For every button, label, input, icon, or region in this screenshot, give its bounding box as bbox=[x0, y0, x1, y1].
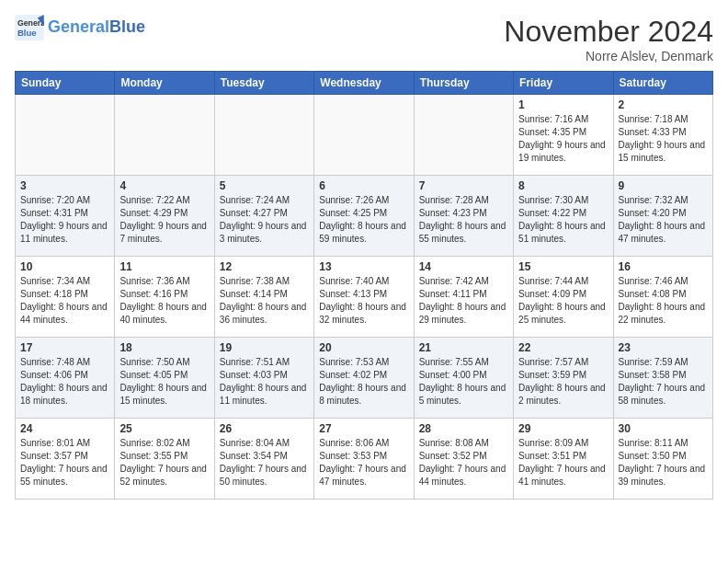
day-info: Sunrise: 7:40 AM Sunset: 4:13 PM Dayligh… bbox=[319, 275, 408, 327]
logo-blue: Blue bbox=[109, 17, 145, 36]
calendar-cell: 21Sunrise: 7:55 AM Sunset: 4:00 PM Dayli… bbox=[414, 338, 513, 419]
day-number: 30 bbox=[619, 422, 708, 435]
day-info: Sunrise: 7:38 AM Sunset: 4:14 PM Dayligh… bbox=[220, 275, 309, 327]
page-header: General Blue GeneralBlue November 2024 N… bbox=[15, 15, 713, 63]
calendar-cell: 20Sunrise: 7:53 AM Sunset: 4:02 PM Dayli… bbox=[314, 338, 414, 419]
calendar-cell: 29Sunrise: 8:09 AM Sunset: 3:51 PM Dayli… bbox=[514, 419, 613, 500]
calendar-cell: 6Sunrise: 7:26 AM Sunset: 4:25 PM Daylig… bbox=[314, 176, 414, 257]
calendar-cell bbox=[314, 95, 414, 176]
calendar-week-3: 10Sunrise: 7:34 AM Sunset: 4:18 PM Dayli… bbox=[16, 257, 713, 338]
calendar-week-2: 3Sunrise: 7:20 AM Sunset: 4:31 PM Daylig… bbox=[16, 176, 713, 257]
day-info: Sunrise: 7:53 AM Sunset: 4:02 PM Dayligh… bbox=[319, 356, 408, 408]
calendar-cell: 12Sunrise: 7:38 AM Sunset: 4:14 PM Dayli… bbox=[214, 257, 313, 338]
logo-general: General bbox=[48, 17, 109, 36]
day-info: Sunrise: 8:08 AM Sunset: 3:52 PM Dayligh… bbox=[419, 437, 508, 488]
calendar-cell: 23Sunrise: 7:59 AM Sunset: 3:58 PM Dayli… bbox=[613, 338, 712, 419]
day-number: 8 bbox=[518, 179, 608, 192]
logo-icon: General Blue bbox=[15, 15, 44, 40]
day-info: Sunrise: 7:16 AM Sunset: 4:35 PM Dayligh… bbox=[518, 113, 608, 165]
calendar-cell: 2Sunrise: 7:18 AM Sunset: 4:33 PM Daylig… bbox=[613, 95, 712, 176]
day-number: 4 bbox=[119, 179, 209, 192]
calendar-cell: 1Sunrise: 7:16 AM Sunset: 4:35 PM Daylig… bbox=[514, 95, 613, 176]
day-number: 15 bbox=[518, 260, 608, 273]
calendar-week-4: 17Sunrise: 7:48 AM Sunset: 4:06 PM Dayli… bbox=[16, 338, 713, 419]
day-number: 14 bbox=[419, 260, 508, 273]
calendar-cell: 28Sunrise: 8:08 AM Sunset: 3:52 PM Dayli… bbox=[414, 419, 513, 500]
day-number: 11 bbox=[119, 260, 209, 273]
day-info: Sunrise: 7:51 AM Sunset: 4:03 PM Dayligh… bbox=[220, 356, 309, 408]
calendar-week-1: 1Sunrise: 7:16 AM Sunset: 4:35 PM Daylig… bbox=[16, 95, 713, 176]
day-info: Sunrise: 7:18 AM Sunset: 4:33 PM Dayligh… bbox=[619, 113, 708, 165]
calendar-cell: 17Sunrise: 7:48 AM Sunset: 4:06 PM Dayli… bbox=[16, 338, 115, 419]
day-info: Sunrise: 7:20 AM Sunset: 4:31 PM Dayligh… bbox=[20, 194, 109, 246]
day-number: 22 bbox=[518, 341, 608, 354]
calendar-cell: 10Sunrise: 7:34 AM Sunset: 4:18 PM Dayli… bbox=[16, 257, 115, 338]
day-info: Sunrise: 7:42 AM Sunset: 4:11 PM Dayligh… bbox=[419, 275, 508, 327]
day-info: Sunrise: 7:36 AM Sunset: 4:16 PM Dayligh… bbox=[119, 275, 209, 327]
calendar-cell: 3Sunrise: 7:20 AM Sunset: 4:31 PM Daylig… bbox=[16, 176, 115, 257]
day-number: 27 bbox=[319, 422, 408, 435]
day-info: Sunrise: 7:32 AM Sunset: 4:20 PM Dayligh… bbox=[619, 194, 708, 246]
day-info: Sunrise: 7:55 AM Sunset: 4:00 PM Dayligh… bbox=[419, 356, 508, 408]
day-number: 6 bbox=[319, 179, 408, 192]
calendar-cell: 5Sunrise: 7:24 AM Sunset: 4:27 PM Daylig… bbox=[214, 176, 313, 257]
day-number: 12 bbox=[220, 260, 309, 273]
calendar-cell: 8Sunrise: 7:30 AM Sunset: 4:22 PM Daylig… bbox=[514, 176, 613, 257]
day-info: Sunrise: 7:26 AM Sunset: 4:25 PM Dayligh… bbox=[319, 194, 408, 246]
month-title: November 2024 bbox=[504, 15, 713, 49]
logo: General Blue GeneralBlue bbox=[15, 15, 145, 40]
calendar-cell bbox=[115, 95, 214, 176]
calendar-cell: 11Sunrise: 7:36 AM Sunset: 4:16 PM Dayli… bbox=[115, 257, 214, 338]
day-number: 29 bbox=[518, 422, 608, 435]
calendar-cell: 14Sunrise: 7:42 AM Sunset: 4:11 PM Dayli… bbox=[414, 257, 513, 338]
day-number: 17 bbox=[20, 341, 109, 354]
calendar-cell: 4Sunrise: 7:22 AM Sunset: 4:29 PM Daylig… bbox=[115, 176, 214, 257]
calendar-cell bbox=[414, 95, 513, 176]
day-number: 2 bbox=[619, 98, 708, 111]
day-number: 19 bbox=[220, 341, 309, 354]
day-info: Sunrise: 8:06 AM Sunset: 3:53 PM Dayligh… bbox=[319, 437, 408, 488]
calendar-cell: 22Sunrise: 7:57 AM Sunset: 3:59 PM Dayli… bbox=[514, 338, 613, 419]
day-number: 16 bbox=[619, 260, 708, 273]
calendar-cell bbox=[16, 95, 115, 176]
header-thursday: Thursday bbox=[414, 72, 513, 95]
day-number: 13 bbox=[319, 260, 408, 273]
day-info: Sunrise: 8:02 AM Sunset: 3:55 PM Dayligh… bbox=[119, 437, 209, 488]
calendar-cell: 19Sunrise: 7:51 AM Sunset: 4:03 PM Dayli… bbox=[214, 338, 313, 419]
day-number: 10 bbox=[20, 260, 109, 273]
header-sunday: Sunday bbox=[16, 72, 115, 95]
day-info: Sunrise: 7:44 AM Sunset: 4:09 PM Dayligh… bbox=[518, 275, 608, 327]
day-info: Sunrise: 7:24 AM Sunset: 4:27 PM Dayligh… bbox=[220, 194, 309, 246]
day-number: 23 bbox=[619, 341, 708, 354]
calendar-body: 1Sunrise: 7:16 AM Sunset: 4:35 PM Daylig… bbox=[16, 95, 713, 500]
day-info: Sunrise: 7:34 AM Sunset: 4:18 PM Dayligh… bbox=[20, 275, 109, 327]
day-number: 3 bbox=[20, 179, 109, 192]
calendar-header: Sunday Monday Tuesday Wednesday Thursday… bbox=[16, 72, 713, 95]
day-info: Sunrise: 8:04 AM Sunset: 3:54 PM Dayligh… bbox=[220, 437, 309, 488]
calendar-cell: 30Sunrise: 8:11 AM Sunset: 3:50 PM Dayli… bbox=[613, 419, 712, 500]
header-tuesday: Tuesday bbox=[214, 72, 313, 95]
calendar-cell: 18Sunrise: 7:50 AM Sunset: 4:05 PM Dayli… bbox=[115, 338, 214, 419]
day-number: 20 bbox=[319, 341, 408, 354]
day-number: 1 bbox=[518, 98, 608, 111]
day-number: 24 bbox=[20, 422, 109, 435]
day-info: Sunrise: 7:59 AM Sunset: 3:58 PM Dayligh… bbox=[619, 356, 708, 408]
calendar-cell: 15Sunrise: 7:44 AM Sunset: 4:09 PM Dayli… bbox=[514, 257, 613, 338]
day-number: 7 bbox=[419, 179, 508, 192]
title-block: November 2024 Norre Alslev, Denmark bbox=[504, 15, 713, 63]
day-info: Sunrise: 7:57 AM Sunset: 3:59 PM Dayligh… bbox=[518, 356, 608, 408]
day-number: 26 bbox=[220, 422, 309, 435]
header-monday: Monday bbox=[115, 72, 214, 95]
calendar-table: Sunday Monday Tuesday Wednesday Thursday… bbox=[15, 71, 713, 500]
day-info: Sunrise: 7:48 AM Sunset: 4:06 PM Dayligh… bbox=[20, 356, 109, 408]
day-number: 25 bbox=[119, 422, 209, 435]
day-info: Sunrise: 7:46 AM Sunset: 4:08 PM Dayligh… bbox=[619, 275, 708, 327]
calendar-cell: 25Sunrise: 8:02 AM Sunset: 3:55 PM Dayli… bbox=[115, 419, 214, 500]
calendar-cell: 27Sunrise: 8:06 AM Sunset: 3:53 PM Dayli… bbox=[314, 419, 414, 500]
day-number: 9 bbox=[619, 179, 708, 192]
day-info: Sunrise: 7:28 AM Sunset: 4:23 PM Dayligh… bbox=[419, 194, 508, 246]
day-number: 28 bbox=[419, 422, 508, 435]
day-number: 5 bbox=[220, 179, 309, 192]
calendar-cell: 26Sunrise: 8:04 AM Sunset: 3:54 PM Dayli… bbox=[214, 419, 313, 500]
day-info: Sunrise: 8:11 AM Sunset: 3:50 PM Dayligh… bbox=[619, 437, 708, 488]
